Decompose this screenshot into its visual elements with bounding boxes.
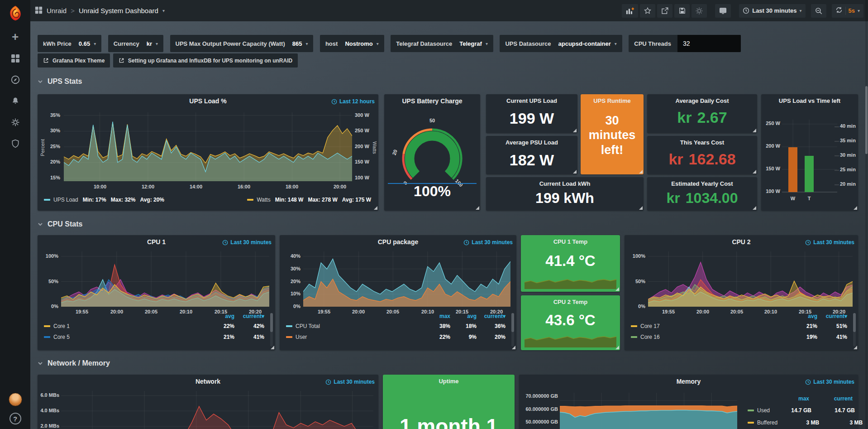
cpu1-chart[interactable] xyxy=(61,251,269,307)
section-cpu-stats[interactable]: CPU Stats xyxy=(38,220,82,228)
chevron-down-icon[interactable]: ▾ xyxy=(858,8,860,13)
link-grafana-plex-theme[interactable]: Grafana Plex Theme xyxy=(38,53,110,67)
variable-currency[interactable]: Currencykr▾ xyxy=(108,35,163,52)
series-name[interactable]: CPU Total xyxy=(296,323,424,329)
sort-current[interactable]: current▾ xyxy=(817,313,847,319)
panel-cpu2-temp: CPU 2 Temp 43.6 °C xyxy=(521,295,620,350)
dashboard-canvas: kWh Price0.65▾ Currencykr▾ UPS Max Outpu… xyxy=(30,21,868,429)
series-name[interactable]: Used xyxy=(757,407,770,414)
sort-max[interactable]: max xyxy=(424,313,450,319)
y-tick: 6.0 MBs xyxy=(38,392,59,398)
series-name[interactable]: Core 5 xyxy=(53,334,207,340)
cpu2-chart[interactable] xyxy=(648,251,853,307)
folder-grid-icon[interactable] xyxy=(35,6,43,15)
panel-title[interactable]: Uptime xyxy=(401,378,496,385)
panel-title[interactable]: UPS Runtime xyxy=(583,97,641,104)
dashboards-icon[interactable] xyxy=(0,48,30,69)
grafana-dashboard: + ? Unraid > Unraid System Dashboard xyxy=(0,0,868,429)
series-name[interactable]: Core 17 xyxy=(640,323,790,329)
battery-gauge[interactable]: 02050100 xyxy=(384,108,480,187)
sort-max[interactable]: max xyxy=(768,395,809,402)
ups-load-chart[interactable] xyxy=(64,112,352,181)
panel-title[interactable]: UPS Battery Charge xyxy=(389,97,476,105)
settings-gear-button[interactable] xyxy=(692,4,707,18)
variable-kwh-price[interactable]: kWh Price0.65▾ xyxy=(38,35,101,52)
chevron-down-icon[interactable]: ▾ xyxy=(162,8,165,13)
create-plus-icon[interactable]: + xyxy=(0,26,30,48)
series-name[interactable]: Buffered xyxy=(757,419,777,426)
sort-avg[interactable]: avg xyxy=(790,313,817,319)
series-name[interactable]: Core 16 xyxy=(640,334,790,340)
stat-value: kr162.68 xyxy=(647,150,757,168)
variable-ups-max-watt[interactable]: UPS Max Output Power Capacity (Watt)865▾ xyxy=(170,35,314,52)
cpu-package-chart[interactable] xyxy=(303,251,510,307)
sort-current[interactable]: current▾ xyxy=(234,313,264,319)
variable-telegraf-datasource[interactable]: Telegraf DatasourceTelegraf▾ xyxy=(391,35,493,52)
add-panel-button[interactable] xyxy=(622,4,638,18)
cycle-view-monitor-button[interactable] xyxy=(715,4,731,18)
refresh-interval-label[interactable]: 5s xyxy=(849,7,855,14)
link-ups-monitoring-guide[interactable]: Setting up Grafana and InfluxDB for UPS … xyxy=(113,53,298,67)
legend-scrollbar[interactable] xyxy=(270,313,273,347)
stat-value: kr1034.00 xyxy=(647,190,757,207)
external-link-icon xyxy=(43,58,49,63)
y-tick: 30% xyxy=(40,128,60,133)
panel-timerange[interactable]: Last 30 minutes xyxy=(325,379,375,385)
sort-avg[interactable]: avg xyxy=(450,313,477,319)
alerting-bell-icon[interactable] xyxy=(0,90,30,111)
sort-current[interactable]: current▾ xyxy=(477,313,506,319)
panel-title[interactable]: Average Daily Cost xyxy=(651,97,754,104)
zoom-out-button[interactable] xyxy=(811,4,826,18)
panel-title[interactable]: CPU 1 Temp xyxy=(539,238,602,245)
page-scrollbar[interactable] xyxy=(865,0,868,429)
panel-title[interactable]: Current UPS Load xyxy=(490,97,574,104)
panel-title[interactable]: UPS Load % xyxy=(56,97,360,105)
series-name[interactable]: User xyxy=(296,334,424,340)
breadcrumb-home[interactable]: Unraid xyxy=(47,7,67,14)
user-avatar[interactable] xyxy=(9,393,22,406)
explore-compass-icon[interactable] xyxy=(0,69,30,90)
panel-title[interactable]: CPU 2 Temp xyxy=(539,299,602,305)
series-name[interactable]: Core 1 xyxy=(53,323,207,329)
panel-timerange[interactable]: Last 30 minutes xyxy=(805,239,854,246)
sort-current[interactable]: current xyxy=(809,395,853,402)
dashboard-title[interactable]: Unraid System Dashboard xyxy=(79,7,158,14)
x-tick: W xyxy=(791,196,795,201)
network-chart[interactable] xyxy=(61,391,373,429)
panel-title[interactable]: Memory xyxy=(537,378,840,385)
panel-cpu1-temp: CPU 1 Temp 41.4 °C xyxy=(521,235,620,292)
panel-timerange[interactable]: Last 30 minutes xyxy=(463,239,513,246)
share-button[interactable] xyxy=(657,4,672,18)
save-button[interactable] xyxy=(674,4,690,18)
series-name[interactable]: Watts xyxy=(257,197,270,203)
server-admin-shield-icon[interactable] xyxy=(0,133,30,154)
cpu-threads-input[interactable]: 32 xyxy=(677,35,741,52)
panel-title[interactable]: Current Load kWh xyxy=(490,180,640,187)
x-tick: T xyxy=(808,196,811,201)
stat-value: 43.6 °C xyxy=(521,312,620,329)
panel-title[interactable]: Network xyxy=(56,378,360,385)
legend-scrollbar[interactable] xyxy=(853,313,856,347)
panel-title[interactable]: UPS Load vs Time left xyxy=(763,97,856,104)
x-tick: 18:00 xyxy=(286,184,298,189)
legend-scrollbar[interactable] xyxy=(511,313,514,347)
configuration-gear-icon[interactable] xyxy=(0,111,30,133)
grafana-logo-icon[interactable] xyxy=(0,0,30,26)
panel-title[interactable]: This Years Cost xyxy=(651,139,754,146)
sort-avg[interactable]: avg xyxy=(207,313,234,319)
panel-title[interactable]: Estimated Yearly Cost xyxy=(651,180,754,187)
memory-chart[interactable] xyxy=(560,393,737,429)
section-ups-stats[interactable]: UPS Stats xyxy=(38,77,82,86)
help-icon[interactable]: ? xyxy=(10,413,21,424)
panel-timerange[interactable]: Last 30 minutes xyxy=(805,379,854,385)
variable-ups-datasource[interactable]: UPS Datasourceapcupsd-container▾ xyxy=(500,35,622,52)
panel-timerange[interactable]: Last 12 hours xyxy=(331,98,375,105)
time-picker[interactable]: Last 30 minutes ▾ xyxy=(739,4,805,18)
star-button[interactable] xyxy=(640,4,655,18)
section-network-memory[interactable]: Network / Memory xyxy=(38,359,110,367)
refresh-icon[interactable] xyxy=(835,6,843,15)
panel-title[interactable]: Average PSU Load xyxy=(490,139,574,146)
series-name[interactable]: UPS Load xyxy=(53,197,78,203)
variable-host[interactable]: hostNostromo▾ xyxy=(320,35,384,52)
panel-timerange[interactable]: Last 30 minutes xyxy=(222,239,272,246)
